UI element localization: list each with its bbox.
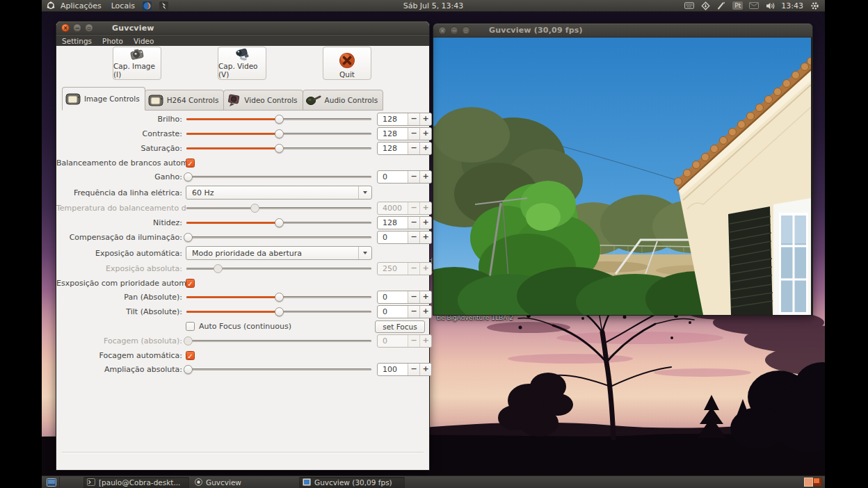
- exposure-auto-dropdown[interactable]: Modo prioridade da abertura: [186, 246, 372, 260]
- spin-minus-button[interactable]: −: [408, 171, 419, 183]
- workspace-switcher[interactable]: [804, 478, 822, 487]
- spin-plus-button[interactable]: +: [419, 291, 431, 303]
- spin-value[interactable]: 100: [378, 364, 408, 375]
- slider-handle[interactable]: [184, 365, 193, 374]
- capture-video-button[interactable]: Cap. Video (V): [218, 47, 266, 80]
- session-gear-icon[interactable]: [810, 1, 819, 10]
- applications-menu[interactable]: Aplicações: [61, 1, 102, 10]
- exposure-auto-priority-checkbox[interactable]: ✓: [186, 279, 195, 288]
- volume-icon[interactable]: [765, 1, 775, 10]
- focus-automatic-checkbox[interactable]: ✓: [186, 351, 195, 360]
- mail-icon[interactable]: [749, 1, 759, 10]
- slider-handle[interactable]: [275, 293, 284, 302]
- slider-handle[interactable]: [275, 218, 284, 227]
- spin-plus-button[interactable]: +: [419, 128, 431, 140]
- brightness-spinbox[interactable]: 128 − +: [377, 113, 432, 126]
- slider-handle[interactable]: [275, 307, 284, 316]
- close-icon[interactable]: ×: [61, 24, 70, 32]
- menu-video[interactable]: Video: [134, 37, 154, 45]
- spin-value[interactable]: 0: [378, 291, 408, 303]
- spin-value[interactable]: 0: [378, 306, 408, 318]
- zoom-absolute-slider[interactable]: [186, 364, 372, 375]
- set-focus-button[interactable]: set Focus: [375, 320, 425, 333]
- minimize-icon[interactable]: −: [450, 26, 458, 35]
- spin-minus-button[interactable]: −: [408, 217, 419, 229]
- tab-h264-controls[interactable]: H264 Controls: [145, 90, 225, 111]
- spin-value[interactable]: 128: [378, 113, 408, 125]
- spin-plus-button[interactable]: +: [419, 231, 431, 243]
- menu-photo[interactable]: Photo: [102, 37, 123, 45]
- sharpness-spinbox[interactable]: 128 − +: [377, 216, 432, 229]
- workspace-2[interactable]: [813, 478, 822, 487]
- power-line-frequency-dropdown[interactable]: 60 Hz: [186, 186, 372, 200]
- tilt-absolute-spinbox[interactable]: 0 − +: [377, 305, 432, 318]
- taskbar-item-terminal[interactable]: [paulo@Cobra-deskt...: [83, 477, 189, 488]
- spin-minus-button[interactable]: −: [408, 231, 419, 243]
- slider-handle[interactable]: [184, 172, 193, 181]
- spin-value[interactable]: 128: [378, 217, 408, 229]
- video-window-titlebar[interactable]: × − ▫ Guvcview (30,09 fps): [433, 24, 812, 38]
- keyboard-layout-badge[interactable]: Pt: [732, 1, 743, 10]
- spin-minus-button[interactable]: −: [408, 306, 419, 318]
- spin-value[interactable]: 128: [378, 128, 408, 140]
- show-desktop-button[interactable]: [44, 477, 60, 487]
- firefox-launcher-icon[interactable]: [143, 1, 152, 10]
- tab-audio-controls[interactable]: Audio Controls: [303, 90, 384, 111]
- slider-handle[interactable]: [184, 233, 193, 242]
- backlight-compensation-spinbox[interactable]: 0 − +: [377, 231, 432, 244]
- pan-absolute-spinbox[interactable]: 0 − +: [377, 291, 432, 304]
- gain-slider[interactable]: [186, 172, 372, 182]
- slider-handle[interactable]: [275, 115, 284, 124]
- minimize-icon[interactable]: −: [73, 24, 81, 32]
- saturation-spinbox[interactable]: 128 − +: [377, 142, 432, 155]
- spin-plus-button[interactable]: +: [419, 364, 431, 375]
- tab-image-controls[interactable]: Image Controls: [62, 87, 145, 111]
- capture-image-button[interactable]: Cap. Image (I): [113, 47, 161, 80]
- maximize-icon[interactable]: ▫: [85, 24, 93, 32]
- keyboard-icon[interactable]: [684, 1, 694, 10]
- spin-plus-button[interactable]: +: [419, 306, 431, 318]
- dropdown-arrow-icon[interactable]: [358, 247, 371, 259]
- contrast-spinbox[interactable]: 128 − +: [377, 127, 432, 140]
- spin-value[interactable]: 128: [378, 143, 408, 154]
- brightness-slider[interactable]: [186, 114, 372, 124]
- auto-focus-checkbox[interactable]: [186, 322, 195, 331]
- spin-plus-button[interactable]: +: [419, 143, 431, 154]
- ubuntu-logo-icon[interactable]: [46, 1, 56, 10]
- slider-handle[interactable]: [275, 144, 284, 153]
- panel-clock-right[interactable]: 13:43: [781, 1, 803, 10]
- quit-button[interactable]: Quit: [323, 47, 371, 80]
- dropdown-arrow-icon[interactable]: [358, 186, 371, 199]
- spin-minus-button[interactable]: −: [408, 143, 419, 154]
- zoom-absolute-spinbox[interactable]: 100 − +: [377, 363, 432, 376]
- taskbar-item-guvcview[interactable]: Guvcview: [191, 477, 297, 488]
- slider-handle[interactable]: [275, 129, 284, 138]
- pan-absolute-slider[interactable]: [186, 292, 372, 302]
- places-menu[interactable]: Locais: [111, 1, 135, 10]
- close-icon[interactable]: ×: [438, 26, 447, 35]
- spin-plus-button[interactable]: +: [419, 217, 431, 229]
- tilt-absolute-slider[interactable]: [186, 307, 372, 317]
- contrast-slider[interactable]: [186, 129, 372, 139]
- spin-value[interactable]: 0: [378, 171, 408, 183]
- spin-plus-button[interactable]: +: [419, 171, 431, 183]
- control-window-titlebar[interactable]: × − ▫ Guvcview: [56, 22, 429, 35]
- backlight-compensation-slider[interactable]: [186, 232, 372, 243]
- maximize-icon[interactable]: ▫: [462, 26, 470, 35]
- spin-minus-button[interactable]: −: [408, 291, 419, 303]
- spin-minus-button[interactable]: −: [408, 128, 419, 140]
- tab-video-controls[interactable]: Video Controls: [223, 90, 303, 111]
- spin-value[interactable]: 0: [378, 231, 408, 243]
- updates-icon[interactable]: [700, 1, 710, 10]
- sharpness-slider[interactable]: [186, 218, 372, 228]
- spin-minus-button[interactable]: −: [408, 113, 419, 125]
- gain-spinbox[interactable]: 0 − +: [377, 170, 432, 184]
- taskbar-item-guvcview-video[interactable]: Guvcview (30,09 fps): [299, 477, 405, 488]
- auto-white-balance-checkbox[interactable]: ✓: [186, 158, 195, 168]
- saturation-slider[interactable]: [186, 143, 372, 154]
- menu-settings[interactable]: Settings: [62, 37, 92, 45]
- workspace-1[interactable]: [804, 478, 813, 487]
- app-launcher-icon[interactable]: [159, 1, 169, 10]
- spin-plus-button[interactable]: +: [419, 113, 431, 125]
- tablet-pen-icon[interactable]: [716, 1, 726, 10]
